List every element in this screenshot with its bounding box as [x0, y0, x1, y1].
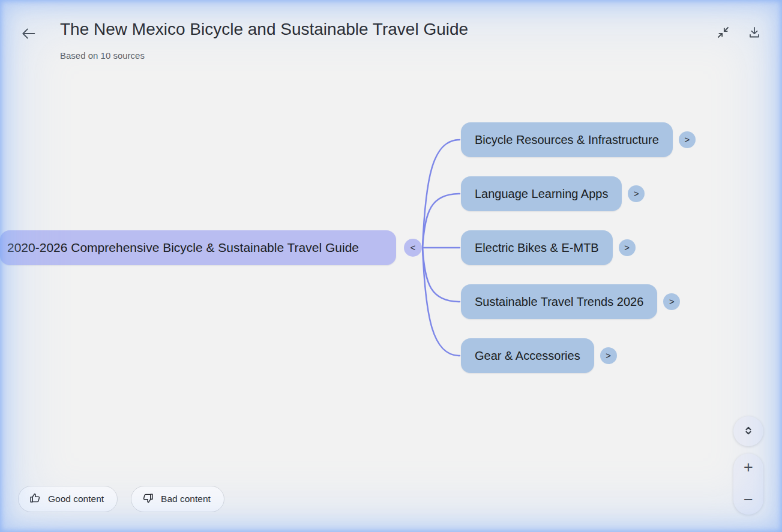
expand-button[interactable]: > — [619, 239, 636, 256]
expand-button[interactable]: > — [600, 347, 617, 364]
download-icon — [747, 25, 762, 41]
root-node-label: 2020-2026 Comprehensive Bicycle & Sustai… — [7, 241, 359, 255]
thumb-down-icon — [142, 492, 154, 507]
child-node[interactable]: Electric Bikes & E-MTB — [461, 230, 613, 265]
root-node[interactable]: 2020-2026 Comprehensive Bicycle & Sustai… — [0, 230, 396, 265]
child-node[interactable]: Bicycle Resources & Infrastructure — [461, 122, 673, 157]
bad-content-label: Bad content — [161, 494, 211, 504]
child-node-label: Sustainable Travel Trends 2026 — [475, 295, 643, 309]
zoom-in-button[interactable]: + — [733, 458, 763, 476]
header-actions — [715, 25, 762, 41]
back-button[interactable] — [18, 24, 38, 44]
edge — [423, 248, 460, 302]
child-node[interactable]: Gear & Accessories — [461, 338, 594, 373]
bad-content-button[interactable]: Bad content — [131, 486, 224, 512]
mindmap-canvas[interactable]: 2020-2026 Comprehensive Bicycle & Sustai… — [0, 0, 782, 532]
page-title: The New Mexico Bicycle and Sustainable T… — [60, 19, 468, 40]
expand-button[interactable]: > — [628, 185, 645, 202]
unfold-vertical-icon — [741, 423, 756, 440]
collapse-view-button[interactable] — [715, 25, 731, 41]
mindmap-edges — [0, 0, 782, 532]
zoom-controls: + − — [733, 453, 763, 515]
download-button[interactable] — [747, 25, 762, 41]
child-node-label: Electric Bikes & E-MTB — [475, 241, 599, 255]
edge — [423, 194, 460, 248]
good-content-button[interactable]: Good content — [18, 486, 118, 512]
child-row: Bicycle Resources & Infrastructure > — [461, 122, 696, 157]
arrow-left-icon — [20, 26, 36, 43]
expand-button[interactable]: > — [679, 131, 696, 148]
child-node-label: Gear & Accessories — [475, 349, 580, 363]
child-row: Gear & Accessories > — [461, 338, 617, 373]
root-collapse-button[interactable]: < — [404, 239, 422, 257]
collapse-content-icon — [717, 26, 730, 41]
fit-view-button[interactable] — [733, 416, 763, 446]
child-node-label: Language Learning Apps — [475, 187, 608, 201]
root-row: 2020-2026 Comprehensive Bicycle & Sustai… — [0, 230, 422, 265]
good-content-label: Good content — [48, 494, 104, 504]
child-row: Language Learning Apps > — [461, 176, 645, 211]
child-row: Electric Bikes & E-MTB > — [461, 230, 636, 265]
child-node-label: Bicycle Resources & Infrastructure — [475, 133, 659, 147]
sources-subtitle: Based on 10 sources — [60, 50, 145, 61]
child-node[interactable]: Sustainable Travel Trends 2026 — [461, 284, 657, 319]
thumb-up-icon — [29, 492, 41, 507]
child-row: Sustainable Travel Trends 2026 > — [461, 284, 680, 319]
zoom-out-button[interactable]: − — [733, 491, 763, 509]
child-node[interactable]: Language Learning Apps — [461, 176, 622, 211]
expand-button[interactable]: > — [663, 293, 680, 310]
feedback-bar: Good content Bad content — [18, 486, 224, 512]
header: The New Mexico Bicycle and Sustainable T… — [0, 0, 782, 72]
